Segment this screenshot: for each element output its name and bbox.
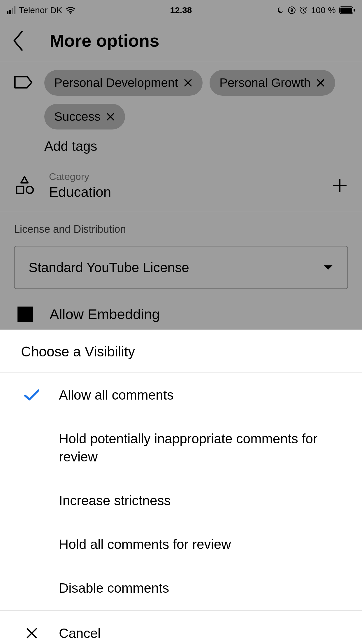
visibility-sheet: Choose a Visibility Allow all comments H… bbox=[0, 330, 362, 644]
option-hold-inappropriate[interactable]: Hold potentially inappropriate comments … bbox=[0, 417, 362, 479]
cancel-button[interactable]: Cancel bbox=[0, 610, 362, 644]
option-label: Allow all comments bbox=[59, 386, 341, 404]
cancel-label: Cancel bbox=[59, 625, 101, 641]
option-disable[interactable]: Disable comments bbox=[0, 566, 362, 610]
option-label: Hold potentially inappropriate comments … bbox=[59, 430, 341, 466]
option-hold-all[interactable]: Hold all comments for review bbox=[0, 522, 362, 566]
close-icon bbox=[23, 626, 40, 640]
option-label: Disable comments bbox=[59, 579, 341, 597]
option-allow-all[interactable]: Allow all comments bbox=[0, 373, 362, 417]
option-label: Increase strictness bbox=[59, 491, 341, 510]
check-icon bbox=[23, 389, 40, 401]
sheet-title: Choose a Visibility bbox=[0, 330, 362, 373]
option-increase-strictness[interactable]: Increase strictness bbox=[0, 479, 362, 522]
option-label: Hold all comments for review bbox=[59, 535, 341, 553]
